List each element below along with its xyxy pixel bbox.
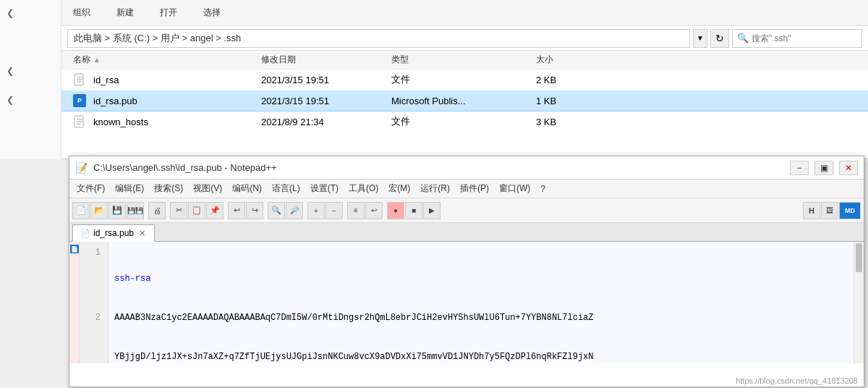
notepad-menubar: 文件(F) 编辑(E) 搜索(S) 视图(V) 编码(N) 语言(L) 设置(T… — [69, 180, 864, 198]
editor-area: 📄 1 2 ssh-rsa AAAAB3NzaC1yc2EAAAADAQABAA… — [69, 242, 864, 363]
tb-undo[interactable]: ↩ — [228, 202, 245, 219]
tb-wrap[interactable]: ↩ — [365, 202, 383, 219]
maximize-button[interactable]: ▣ — [814, 161, 833, 175]
menu-plugins[interactable]: 插件(P) — [456, 181, 493, 196]
toolbar-open[interactable]: 打开 — [154, 5, 183, 20]
tab-close-button[interactable]: ✕ — [137, 228, 147, 238]
toolbar-select[interactable]: 选择 — [197, 5, 226, 20]
tb-print[interactable]: 🖨 — [148, 202, 166, 219]
refresh-button[interactable]: ↻ — [710, 29, 729, 48]
tb-macro-play[interactable]: ▶ — [423, 202, 441, 219]
tb-paste[interactable]: 📌 — [206, 202, 224, 219]
notepad-window: 📝 C:\Users\angel\.ssh\id_rsa.pub - Notep… — [69, 156, 864, 387]
file-type-cell: 文件 — [391, 115, 536, 128]
breadcrumb[interactable]: 此电脑 > 系统 (C:) > 用户 > angel > .ssh — [67, 29, 690, 48]
menu-window[interactable]: 窗口(W) — [495, 181, 535, 196]
tb-macro-stop[interactable]: ■ — [405, 202, 422, 219]
notepad-tabs: 📄 id_rsa.pub ✕ — [69, 223, 864, 242]
menu-search[interactable]: 搜索(S) — [150, 181, 187, 196]
editor-line-1: ssh-rsa — [114, 272, 848, 285]
notepad-toolbar: 📄 📂 💾 💾💾 🖨 ✂ 📋 📌 ↩ ↪ 🔍 🔎 + − ≡ ↩ ● ■ ▶ H… — [69, 198, 864, 223]
file-icon-pub: P — [73, 94, 86, 107]
file-name-cell: id_rsa — [73, 73, 261, 86]
file-name-cell: P id_rsa.pub — [73, 94, 261, 107]
file-date-cell: 2021/3/15 19:51 — [261, 96, 391, 106]
col-header-date[interactable]: 修改日期 — [261, 54, 391, 66]
notepad-app-icon: 📝 — [75, 162, 88, 174]
file-size-cell: 2 KB — [536, 75, 608, 85]
menu-tools[interactable]: 工具(O) — [344, 181, 383, 196]
search-icon: 🔍 — [737, 33, 749, 43]
status-url: https://blog.csdn.net/qq_41813208 — [736, 376, 858, 385]
tab-id-rsa-pub[interactable]: 📄 id_rsa.pub ✕ — [72, 224, 155, 242]
margin-marker: 📄 — [70, 245, 79, 253]
editor-line-2: AAAAB3NzaC1yc2EAAAADAQABAAABAqC7DmI5W/0r… — [114, 311, 848, 324]
file-list-header: 名称 ▲ 修改日期 类型 大小 — [61, 51, 868, 69]
status-bar: https://blog.csdn.net/qq_41813208 — [730, 375, 864, 387]
notepad-titlebar: 📝 C:\Users\angel\.ssh\id_rsa.pub - Notep… — [69, 156, 864, 180]
line-num-1: 1 — [82, 246, 105, 259]
tb-copy[interactable]: 📋 — [188, 202, 205, 219]
toolbar-organize[interactable]: 组织 — [67, 5, 96, 20]
tb-open[interactable]: 📂 — [90, 202, 108, 219]
close-button[interactable]: ✕ — [839, 161, 858, 175]
table-row[interactable]: id_rsa 2021/3/15 19:51 文件 2 KB — [61, 69, 868, 90]
tb-markdown[interactable]: MD — [839, 202, 861, 219]
menu-language[interactable]: 语言(L) — [268, 181, 305, 196]
tb-redo[interactable]: ↪ — [246, 202, 263, 219]
minimize-button[interactable]: − — [790, 161, 809, 175]
editor-line-3: YBjjgD/ljz1JX+sJn7aXZ+q7ZfTjUEjysUJGpiJs… — [114, 350, 848, 363]
file-type-cell: Microsoft Publis... — [391, 96, 536, 106]
tb-zoom-out[interactable]: − — [326, 202, 343, 219]
col-header-name[interactable]: 名称 ▲ — [73, 54, 261, 66]
tb-new[interactable]: 📄 — [72, 202, 90, 219]
file-list: id_rsa 2021/3/15 19:51 文件 2 KB P id_rsa.… — [61, 69, 868, 132]
file-size-cell: 1 KB — [536, 96, 608, 106]
search-input[interactable] — [752, 33, 853, 43]
table-row[interactable]: known_hosts 2021/8/9 21:34 文件 3 KB — [61, 111, 868, 132]
menu-run[interactable]: 运行(R) — [416, 181, 454, 196]
sidebar-collapse-arrow3[interactable]: ❮ — [3, 93, 17, 107]
line-num-2: 2 — [82, 311, 105, 324]
tb-cut[interactable]: ✂ — [170, 202, 187, 219]
tab-label: id_rsa.pub — [93, 228, 134, 238]
menu-encode[interactable]: 编码(N) — [228, 181, 266, 196]
toolbar-new[interactable]: 新建 — [111, 5, 140, 20]
menu-settings[interactable]: 设置(T) — [306, 181, 343, 196]
file-size-cell: 3 KB — [536, 117, 608, 127]
tb-macro-rec[interactable]: ● — [387, 202, 404, 219]
tb-replace[interactable]: 🔎 — [286, 202, 303, 219]
menu-view[interactable]: 视图(V) — [189, 181, 226, 196]
menu-macro[interactable]: 宏(M) — [384, 181, 414, 196]
address-dropdown[interactable]: ▼ — [693, 29, 707, 48]
line-numbers: 1 2 — [80, 242, 109, 363]
explorer-toolbar: 组织 新建 打开 选择 — [61, 0, 868, 26]
tb-bold[interactable]: H — [803, 202, 820, 219]
address-bar: 此电脑 > 系统 (C:) > 用户 > angel > .ssh ▼ ↻ 🔍 — [61, 26, 868, 51]
tb-monitor[interactable]: 🖼 — [821, 202, 838, 219]
tb-find[interactable]: 🔍 — [268, 202, 285, 219]
col-header-size[interactable]: 大小 — [536, 54, 608, 66]
tb-zoom-in[interactable]: + — [307, 202, 325, 219]
menu-file[interactable]: 文件(F) — [72, 181, 109, 196]
menu-help[interactable]: ? — [536, 182, 550, 195]
file-icon-txt2 — [73, 115, 86, 128]
tb-saveall[interactable]: 💾💾 — [127, 202, 144, 219]
editor-left-margin: 📄 — [69, 242, 80, 363]
file-date-cell: 2021/8/9 21:34 — [261, 117, 391, 127]
search-box: 🔍 — [732, 29, 862, 48]
sidebar-collapse-arrow[interactable]: ❮ — [3, 6, 17, 20]
col-header-type[interactable]: 类型 — [391, 54, 536, 66]
menu-edit[interactable]: 编辑(E) — [111, 181, 148, 196]
scrollbar-thumb[interactable] — [856, 243, 862, 272]
tab-file-icon: 📄 — [80, 229, 90, 238]
tb-indent[interactable]: ≡ — [347, 202, 365, 219]
file-date-cell: 2021/3/15 19:51 — [261, 75, 391, 85]
editor-scrollbar[interactable] — [854, 242, 864, 363]
sidebar-collapse-arrow2[interactable]: ❮ — [3, 64, 17, 78]
file-type-cell: 文件 — [391, 73, 536, 86]
tb-save[interactable]: 💾 — [109, 202, 126, 219]
editor-content[interactable]: ssh-rsa AAAAB3NzaC1yc2EAAAADAQABAAABAqC7… — [109, 242, 854, 363]
table-row[interactable]: P id_rsa.pub 2021/3/15 19:51 Microsoft P… — [61, 90, 868, 111]
left-sidebar: ❮ ❮ ❮ — [0, 0, 61, 159]
